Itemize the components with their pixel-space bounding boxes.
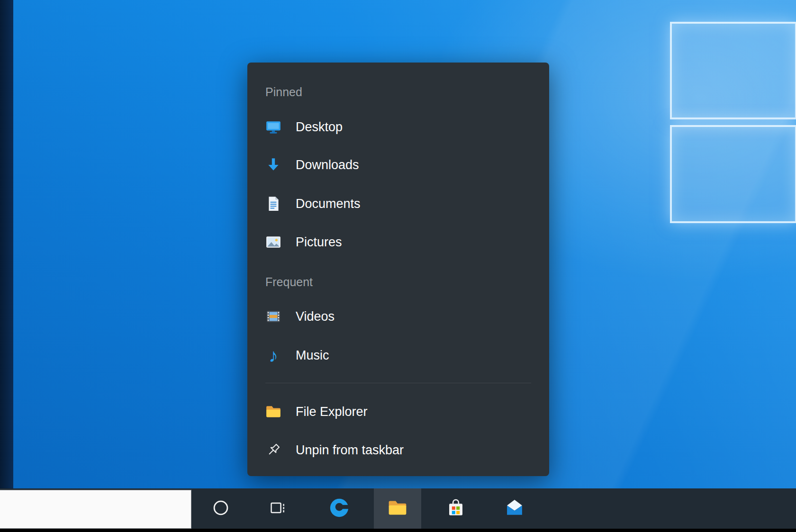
file-explorer-icon <box>265 404 281 420</box>
taskbar-search-input[interactable] <box>0 490 191 529</box>
jumplist-item-label: File Explorer <box>296 405 368 419</box>
jumplist-item-desktop[interactable]: Desktop <box>265 112 538 142</box>
jumplist-item-label: Desktop <box>296 120 343 135</box>
videos-icon <box>265 308 281 325</box>
store-icon <box>446 498 466 520</box>
windows-logo-pane-bottom <box>670 125 796 223</box>
jumplist-item-label: Documents <box>296 197 361 211</box>
cortana-icon <box>211 498 230 519</box>
edge-button[interactable] <box>316 488 363 529</box>
screen-left-edge-strip <box>0 0 13 488</box>
edge-icon <box>328 497 350 521</box>
downloads-icon <box>265 157 281 173</box>
jumplist-item-label: Videos <box>296 309 335 324</box>
taskbar <box>0 488 796 529</box>
file-explorer-jumplist: Pinned Desktop Downloads <box>247 63 549 476</box>
jumplist-task-unpin[interactable]: Unpin from taskbar <box>265 435 538 465</box>
task-view-icon <box>269 498 288 519</box>
unpin-icon <box>265 442 281 458</box>
jumplist-item-pictures[interactable]: Pictures <box>265 227 538 257</box>
jumplist-section-header-pinned: Pinned <box>265 82 302 101</box>
jumplist-item-videos[interactable]: Videos <box>265 301 538 332</box>
desktop-screen: Pinned Desktop Downloads <box>0 0 796 532</box>
mail-button[interactable] <box>491 488 538 529</box>
jumplist-item-label: Unpin from taskbar <box>296 443 404 458</box>
cortana-button[interactable] <box>197 488 244 529</box>
windows-logo-pane-top <box>670 22 796 119</box>
jumplist-item-label: Pictures <box>296 235 342 250</box>
screen-bottom-edge-strip <box>0 529 796 532</box>
task-view-button[interactable] <box>254 488 302 529</box>
jumplist-item-label: Downloads <box>296 158 359 172</box>
file-explorer-taskbar-button[interactable] <box>374 488 421 529</box>
mail-icon <box>504 497 525 520</box>
store-button[interactable] <box>432 488 479 529</box>
file-explorer-icon <box>388 498 407 520</box>
music-icon: ♪ <box>265 347 281 363</box>
jumplist-item-music[interactable]: ♪ Music <box>265 340 538 370</box>
jumplist-item-downloads[interactable]: Downloads <box>265 150 538 180</box>
jumplist-item-documents[interactable]: Documents <box>265 189 538 219</box>
jumplist-section-header-frequent: Frequent <box>265 272 313 291</box>
desktop-icon <box>265 119 281 135</box>
jumplist-task-file-explorer[interactable]: File Explorer <box>265 397 538 427</box>
jumplist-separator <box>265 383 531 383</box>
pictures-icon <box>265 234 281 250</box>
jumplist-item-label: Music <box>296 348 329 363</box>
documents-icon <box>265 196 281 212</box>
